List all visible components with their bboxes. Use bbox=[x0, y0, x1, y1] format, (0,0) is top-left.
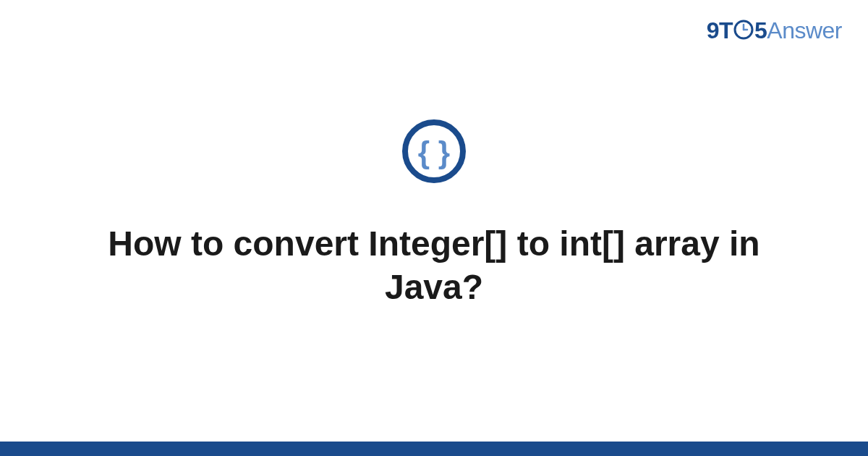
footer-bar bbox=[0, 442, 868, 456]
svg-text:{ }: { } bbox=[418, 135, 450, 169]
main-content: { } How to convert Integer[] to int[] ar… bbox=[0, 0, 868, 442]
code-braces-icon: { } bbox=[401, 118, 467, 187]
question-title: How to convert Integer[] to int[] array … bbox=[87, 222, 781, 309]
